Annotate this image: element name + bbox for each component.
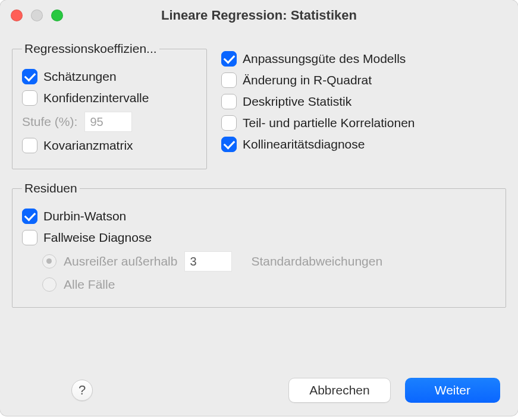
coefficients-group: Regressionskoeffizien... Schätzungen Kon… bbox=[12, 42, 207, 169]
close-icon[interactable] bbox=[11, 10, 23, 21]
coefficients-legend: Regressionskoeffizien... bbox=[22, 42, 159, 56]
r2change-row[interactable]: Änderung in R-Quadrat bbox=[221, 72, 506, 88]
partcorr-row[interactable]: Teil- und partielle Korrelationen bbox=[221, 115, 506, 131]
outliers-radio bbox=[42, 254, 56, 269]
collinearity-row[interactable]: Kollinearitätsdiagnose bbox=[221, 137, 506, 152]
dialog-footer: ? Abbrechen Weiter bbox=[0, 367, 518, 416]
descriptives-label: Deskriptive Statistik bbox=[243, 94, 351, 109]
covmat-checkbox[interactable] bbox=[22, 138, 37, 153]
durbin-label: Durbin-Watson bbox=[43, 209, 126, 223]
confidence-level-label: Stufe (%): bbox=[22, 115, 77, 129]
confidence-level-input[interactable] bbox=[84, 112, 132, 132]
casewise-row[interactable]: Fallweise Diagnose bbox=[22, 230, 496, 245]
outliers-label: Ausreißer außerhalb bbox=[64, 254, 177, 269]
estimates-row[interactable]: Schätzungen bbox=[22, 69, 197, 84]
confint-label: Konfidenzintervalle bbox=[43, 91, 149, 105]
modelfit-row[interactable]: Anpassungsgüte des Modells bbox=[221, 51, 506, 67]
residuals-legend: Residuen bbox=[22, 181, 80, 195]
window-title: Lineare Regression: Statistiken bbox=[161, 8, 357, 23]
allcases-row: Alle Fälle bbox=[42, 277, 496, 292]
continue-button[interactable]: Weiter bbox=[405, 378, 500, 403]
confint-checkbox[interactable] bbox=[22, 90, 37, 106]
zoom-icon[interactable] bbox=[51, 10, 63, 21]
window-controls bbox=[11, 10, 63, 21]
stddev-label: Standardabweichungen bbox=[251, 254, 382, 269]
durbin-checkbox[interactable] bbox=[22, 209, 37, 224]
outliers-input[interactable] bbox=[184, 251, 232, 271]
model-stats-group: Anpassungsgüte des Modells Änderung in R… bbox=[221, 42, 506, 158]
estimates-checkbox[interactable] bbox=[22, 69, 37, 84]
casewise-checkbox[interactable] bbox=[22, 230, 37, 245]
r2change-label: Änderung in R-Quadrat bbox=[243, 73, 372, 87]
dialog-window: Lineare Regression: Statistiken Regressi… bbox=[0, 0, 518, 416]
confint-row[interactable]: Konfidenzintervalle bbox=[22, 90, 197, 106]
descriptives-checkbox[interactable] bbox=[221, 94, 237, 109]
modelfit-checkbox[interactable] bbox=[221, 51, 237, 67]
confidence-level-row: Stufe (%): bbox=[22, 112, 197, 132]
allcases-label: Alle Fälle bbox=[64, 277, 115, 292]
descriptives-row[interactable]: Deskriptive Statistik bbox=[221, 94, 506, 109]
collinearity-checkbox[interactable] bbox=[221, 137, 237, 152]
partcorr-label: Teil- und partielle Korrelationen bbox=[243, 116, 415, 130]
partcorr-checkbox[interactable] bbox=[221, 115, 237, 131]
collinearity-label: Kollinearitätsdiagnose bbox=[243, 137, 365, 151]
modelfit-label: Anpassungsgüte des Modells bbox=[243, 52, 406, 66]
outliers-row: Ausreißer außerhalb Standardabweichungen bbox=[42, 251, 496, 271]
allcases-radio bbox=[42, 277, 56, 292]
cancel-button[interactable]: Abbrechen bbox=[288, 378, 391, 403]
residuals-group: Residuen Durbin-Watson Fallweise Diagnos… bbox=[12, 181, 506, 308]
covmat-row[interactable]: Kovarianzmatrix bbox=[22, 138, 197, 153]
durbin-row[interactable]: Durbin-Watson bbox=[22, 209, 496, 224]
help-button[interactable]: ? bbox=[71, 380, 93, 401]
estimates-label: Schätzungen bbox=[43, 70, 117, 84]
covmat-label: Kovarianzmatrix bbox=[43, 138, 133, 153]
casewise-label: Fallweise Diagnose bbox=[43, 230, 152, 245]
titlebar: Lineare Regression: Statistiken bbox=[0, 0, 518, 31]
r2change-checkbox[interactable] bbox=[221, 72, 237, 88]
minimize-icon bbox=[31, 10, 43, 21]
